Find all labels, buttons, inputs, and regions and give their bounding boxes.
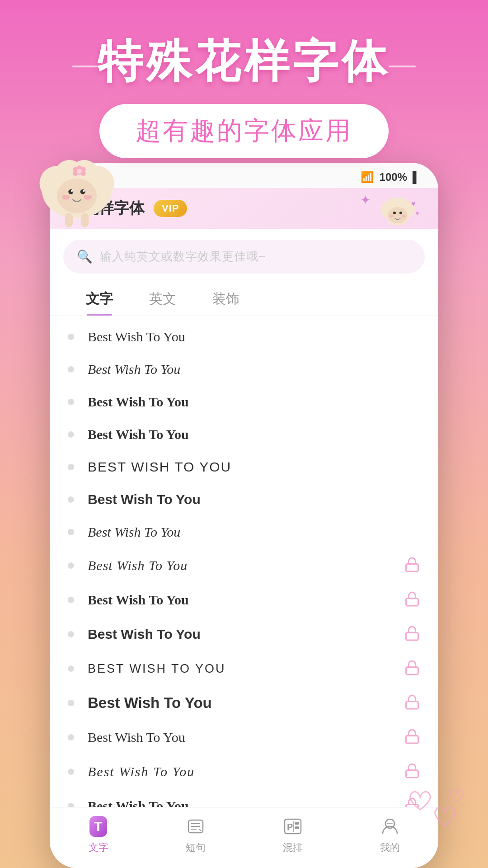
font-dot <box>68 366 74 373</box>
nav-label-duanju: 短句 <box>186 841 206 854</box>
font-text: BEST WISH TO YOU <box>88 662 404 676</box>
font-text: Best Wish To You <box>88 798 404 807</box>
nav-item-duanju[interactable]: 短句 <box>184 815 207 854</box>
font-list: Best Wish To YouBest Wish To YouBest Wis… <box>50 316 438 807</box>
font-text: Best Wish To You <box>88 329 420 344</box>
search-icon: 🔍 <box>77 249 93 264</box>
svg-point-12 <box>62 195 70 200</box>
font-text: Best Wish To You <box>88 764 404 779</box>
lock-icon <box>404 763 420 781</box>
battery-icon: ▌ <box>413 171 420 184</box>
nav-item-wenzi[interactable]: T 文字 <box>87 815 110 854</box>
svg-point-32 <box>401 215 406 217</box>
vip-badge: VIP <box>154 200 187 217</box>
font-list-item[interactable]: Best Wish To You <box>50 755 438 789</box>
lock-icon <box>404 694 420 712</box>
tab-yingwen[interactable]: 英文 <box>131 281 194 316</box>
nav-item-hunpai[interactable]: P 混排 <box>281 815 305 854</box>
nav-item-wode[interactable]: 我的 <box>378 815 402 854</box>
svg-point-30 <box>399 212 402 214</box>
svg-point-9 <box>80 189 85 194</box>
svg-rect-36 <box>406 599 418 606</box>
font-dot <box>68 464 74 470</box>
svg-rect-22 <box>81 213 89 227</box>
status-right: 📶 100% ▌ <box>361 171 420 184</box>
font-dot <box>68 562 74 569</box>
nav-icon-hunpai: P <box>281 815 305 838</box>
tab-zhuangshi[interactable]: 装饰 <box>194 281 258 316</box>
svg-point-10 <box>71 190 73 192</box>
font-dot <box>68 334 74 340</box>
tabs-row: 文字 英文 装饰 <box>50 281 438 316</box>
font-list-item[interactable]: Best Wish To You <box>50 548 438 583</box>
font-text: Best Wish To You <box>88 362 420 377</box>
font-text: Best Wish To You <box>88 592 404 608</box>
bottom-hearts <box>407 785 470 841</box>
font-dot <box>68 734 74 741</box>
font-list-item[interactable]: Best Wish To You <box>50 321 438 353</box>
font-list-item[interactable]: Best Wish To You <box>50 617 438 651</box>
font-list-item[interactable]: BEST WISH TO YOU <box>50 651 438 686</box>
search-placeholder: 输入纯英文或数字效果更佳哦~ <box>100 249 266 264</box>
svg-rect-38 <box>406 667 418 675</box>
font-dot <box>68 529 74 535</box>
svg-rect-21 <box>65 213 73 227</box>
svg-rect-39 <box>406 702 418 709</box>
svg-text:P: P <box>287 822 293 832</box>
svg-point-8 <box>68 189 73 194</box>
font-text: Best Wish To You <box>88 730 404 745</box>
lock-icon <box>404 557 420 575</box>
battery-percent: 100% <box>380 171 407 184</box>
font-list-item[interactable]: Best Wish To You <box>50 386 438 418</box>
lock-icon <box>404 660 420 678</box>
font-list-item[interactable]: Best Wish To You <box>50 789 438 807</box>
svg-rect-41 <box>406 770 418 778</box>
font-list-item[interactable]: Best Wish To You <box>50 418 438 451</box>
lock-icon <box>404 728 420 746</box>
nav-icon-wenzi: T <box>87 815 110 838</box>
search-area: 🔍 输入纯英文或数字效果更佳哦~ <box>50 229 438 281</box>
font-dot <box>68 399 74 405</box>
signal-icon: 📶 <box>361 171 374 184</box>
subtitle-text: 超有趣的字体应用 <box>136 116 352 145</box>
bottom-nav: T 文字 短句 <box>50 807 438 868</box>
font-text: Best Wish To You <box>88 492 420 507</box>
font-dot <box>68 496 74 503</box>
font-text: Best Wish To You <box>88 694 404 712</box>
svg-text:♥: ♥ <box>416 210 419 217</box>
font-list-item[interactable]: Best Wish To You <box>50 353 438 386</box>
svg-point-13 <box>84 195 92 200</box>
font-list-item[interactable]: Best Wish To You <box>50 516 438 548</box>
main-title: 特殊花样字体 <box>0 36 488 86</box>
font-text: Best Wish To You <box>88 427 420 442</box>
font-dot <box>68 700 74 706</box>
svg-rect-51 <box>295 826 299 829</box>
svg-rect-40 <box>406 736 418 744</box>
font-list-item[interactable]: Best Wish To You <box>50 686 438 720</box>
font-dot <box>68 665 74 672</box>
header-hearts: ✦ <box>360 193 371 208</box>
phone-wrapper: Carrier 📶 100% ▌ 林花样字体 VIP ✦ <box>45 163 443 868</box>
font-list-item[interactable]: BEST WISH TO YOU <box>50 451 438 483</box>
font-text: Best Wish To You <box>88 524 420 540</box>
nav-label-wenzi: 文字 <box>89 841 108 854</box>
svg-rect-37 <box>406 633 418 641</box>
nav-label-hunpai: 混排 <box>283 841 303 854</box>
subtitle-pill: 超有趣的字体应用 <box>99 104 389 158</box>
lock-icon <box>404 591 420 609</box>
phone-mockup: Carrier 📶 100% ▌ 林花样字体 VIP ✦ <box>50 163 438 868</box>
tab-wenzi[interactable]: 文字 <box>68 281 131 316</box>
nav-icon-duanju <box>184 815 207 838</box>
svg-point-31 <box>389 215 394 217</box>
font-dot <box>68 631 74 637</box>
font-dot <box>68 431 74 438</box>
font-dot <box>68 597 74 603</box>
font-dot <box>68 803 74 807</box>
font-list-item[interactable]: Best Wish To You <box>50 720 438 755</box>
font-list-item[interactable]: Best Wish To You <box>50 483 438 516</box>
svg-point-20 <box>77 169 82 174</box>
svg-point-11 <box>83 190 84 192</box>
search-box[interactable]: 🔍 输入纯英文或数字效果更佳哦~ <box>63 240 425 274</box>
font-list-item[interactable]: Best Wish To You <box>50 583 438 617</box>
font-text: BEST WISH TO YOU <box>88 459 420 475</box>
